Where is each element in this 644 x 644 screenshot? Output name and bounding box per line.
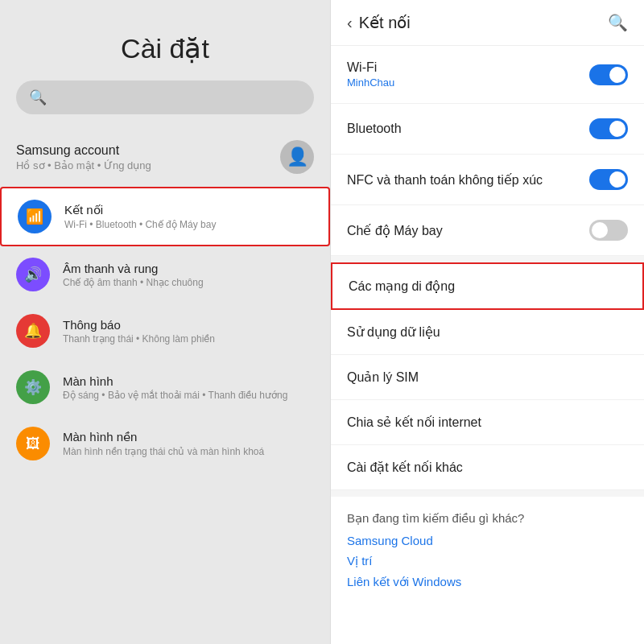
right-header: ‹ Kết nối 🔍 [331,0,644,46]
nfc-label: NFC và thanh toán không tiếp xúc [347,172,543,188]
cai-dat-khac-label: Cài đặt kết nối khác [347,460,463,475]
samsung-account-section[interactable]: Samsung account Hồ sơ • Bảo mật • Ứng dụ… [0,127,330,187]
right-item-chia-se[interactable]: Chia sẻ kết nối internet [331,400,644,445]
right-item-su-dung[interactable]: Sử dụng dữ liệu [331,310,644,355]
sidebar-item-ket-noi[interactable]: 📶 Kết nối Wi-Fi • Bluetooth • Chế độ Máy… [0,187,330,246]
quan-ly-sim-label: Quản lý SIM [347,369,419,385]
section-divider-2 [331,490,644,497]
menu-item-label: Màn hình nền [63,430,264,444]
menu-item-subtitle: Wi-Fi • Bluetooth • Chế độ Máy bay [64,219,216,230]
samsung-account-subtitle: Hồ sơ • Bảo mật • Ứng dụng [16,159,151,171]
sidebar-item-man-hinh[interactable]: ⚙️ Màn hình Độ sáng • Bảo vệ mắt thoải m… [0,359,330,415]
right-item-bluetooth[interactable]: Bluetooth [331,104,644,155]
menu-item-subtitle: Chế độ âm thanh • Nhạc chuông [63,277,204,288]
menu-item-subtitle: Thanh trạng thái • Không làm phiền [63,333,215,345]
right-item-cac-mang[interactable]: Các mạng di động [331,262,644,310]
left-panel: Cài đặt 🔍 Samsung account Hồ sơ • Bảo mậ… [0,0,330,644]
chia-se-label: Chia sẻ kết nối internet [347,415,481,430]
sidebar-item-thong-bao[interactable]: 🔔 Thông báo Thanh trạng thái • Không làm… [0,303,330,359]
volume-icon: 🔊 [16,258,50,291]
wifi-toggle[interactable] [589,64,628,85]
menu-item-label: Âm thanh và rung [63,262,204,275]
bluetooth-label: Bluetooth [347,122,402,136]
wifi-label: Wi-Fi [347,60,394,75]
wifi-icon: 📶 [18,200,52,233]
page-title: Cài đặt [0,24,330,80]
menu-item-label: Kết nối [64,203,216,217]
wallpaper-icon: 🖼 [16,427,50,460]
right-list: Wi-Fi MinhChau Bluetooth NFC và thanh to… [331,46,644,644]
sidebar-item-am-thanh[interactable]: 🔊 Âm thanh và rung Chế độ âm thanh • Nhạ… [0,246,330,303]
samsung-cloud-link[interactable]: Samsung Cloud [347,534,628,547]
back-arrow-icon[interactable]: ‹ [347,14,353,32]
right-item-cai-dat-khac[interactable]: Cài đặt kết nối khác [331,445,644,490]
section-divider [331,256,644,262]
bluetooth-toggle[interactable] [589,118,628,139]
right-item-quan-ly-sim[interactable]: Quản lý SIM [331,355,644,400]
search-extra-section: Bạn đang tìm kiếm điều gì khác? Samsung … [331,497,644,602]
search-bar[interactable]: 🔍 [16,80,314,114]
right-item-nfc[interactable]: NFC và thanh toán không tiếp xúc [331,155,644,205]
search-icon: 🔍 [29,89,47,106]
right-item-wifi[interactable]: Wi-Fi MinhChau [331,46,644,104]
sidebar-item-man-hinh-nen[interactable]: 🖼 Màn hình nền Màn hình nền trạng thái c… [0,415,330,472]
search-section-label: Bạn đang tìm kiếm điều gì khác? [347,511,628,526]
menu-item-label: Màn hình [63,374,287,388]
left-top-bar [0,0,330,24]
avatar: 👤 [280,140,314,174]
nfc-toggle[interactable] [589,169,628,190]
vi-tri-link[interactable]: Vị trí [347,554,628,568]
bell-icon: 🔔 [16,314,50,348]
menu-item-subtitle: Độ sáng • Bảo vệ mắt thoải mái • Thanh đ… [63,390,287,401]
wifi-sublabel: MinhChau [347,76,394,89]
screen-icon: ⚙️ [16,370,50,404]
samsung-account-title: Samsung account [16,143,151,158]
may-bay-toggle[interactable] [589,220,628,241]
menu-item-label: Thông báo [63,318,215,332]
search-icon[interactable]: 🔍 [608,13,628,32]
may-bay-label: Chế độ Máy bay [347,223,443,238]
menu-item-subtitle: Màn hình nền trạng thái chủ và màn hình … [63,446,264,457]
menu-list: 📶 Kết nối Wi-Fi • Bluetooth • Chế độ Máy… [0,187,330,644]
right-panel: ‹ Kết nối 🔍 Wi-Fi MinhChau Bluetooth [330,0,644,644]
right-panel-title: Kết nối [359,13,411,32]
right-item-may-bay[interactable]: Chế độ Máy bay [331,205,644,256]
su-dung-label: Sử dụng dữ liệu [347,324,440,340]
lien-ket-windows-link[interactable]: Liên kết với Windows [347,575,628,589]
cac-mang-label: Các mạng di động [349,279,455,294]
